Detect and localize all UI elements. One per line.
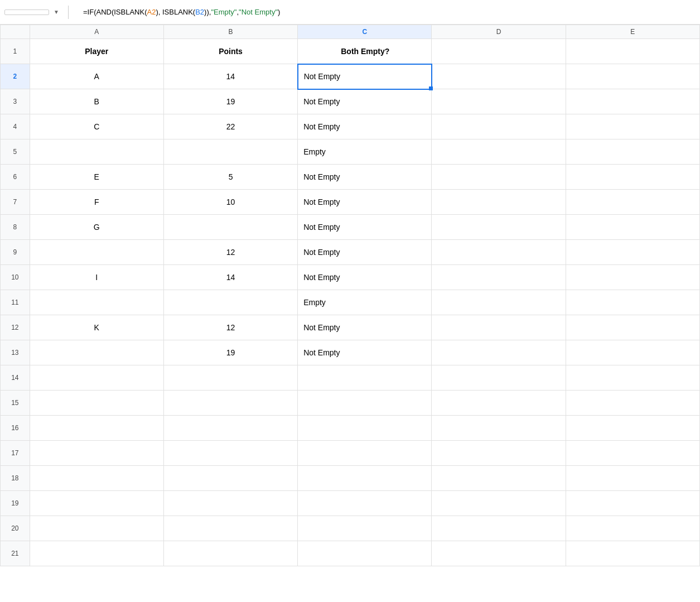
- cell-c4[interactable]: Not Empty: [298, 114, 432, 139]
- cell-e7[interactable]: [566, 190, 699, 215]
- cell-b12[interactable]: 12: [163, 315, 297, 340]
- cell-b14[interactable]: [163, 365, 297, 391]
- cell-d7[interactable]: [432, 190, 566, 215]
- cell-a20[interactable]: [30, 516, 163, 541]
- cell-ref-dropdown[interactable]: ▼: [54, 9, 62, 15]
- cell-a1[interactable]: Player: [30, 39, 163, 64]
- cell-d12[interactable]: [432, 315, 566, 340]
- row-number[interactable]: 14: [1, 365, 30, 391]
- row-number[interactable]: 13: [1, 340, 30, 365]
- cell-b16[interactable]: [163, 416, 297, 441]
- cell-e20[interactable]: [566, 516, 699, 541]
- cell-c14[interactable]: [298, 365, 432, 391]
- cell-a10[interactable]: I: [30, 265, 163, 290]
- cell-c6[interactable]: Not Empty: [298, 165, 432, 190]
- col-header-a[interactable]: A: [30, 25, 163, 39]
- cell-d8[interactable]: [432, 215, 566, 240]
- cell-a15[interactable]: [30, 391, 163, 416]
- cell-b19[interactable]: [163, 491, 297, 516]
- cell-d6[interactable]: [432, 165, 566, 190]
- cell-e4[interactable]: [566, 114, 699, 139]
- cell-e19[interactable]: [566, 491, 699, 516]
- row-number[interactable]: 4: [1, 114, 30, 139]
- cell-b8[interactable]: [163, 215, 297, 240]
- row-number[interactable]: 11: [1, 290, 30, 315]
- cell-d3[interactable]: [432, 89, 566, 114]
- cell-c2[interactable]: Not Empty: [298, 64, 432, 89]
- cell-d9[interactable]: [432, 240, 566, 265]
- cell-a17[interactable]: [30, 441, 163, 466]
- cell-d1[interactable]: [432, 39, 566, 64]
- cell-e5[interactable]: [566, 139, 699, 165]
- cell-d4[interactable]: [432, 114, 566, 139]
- cell-c11[interactable]: Empty: [298, 290, 432, 315]
- row-number[interactable]: 2: [1, 64, 30, 89]
- cell-c15[interactable]: [298, 391, 432, 416]
- row-number[interactable]: 17: [1, 441, 30, 466]
- cell-e9[interactable]: [566, 240, 699, 265]
- cell-d17[interactable]: [432, 441, 566, 466]
- row-number[interactable]: 8: [1, 215, 30, 240]
- cell-b5[interactable]: [163, 139, 297, 165]
- cell-e18[interactable]: [566, 466, 699, 491]
- row-number[interactable]: 18: [1, 466, 30, 491]
- cell-b10[interactable]: 14: [163, 265, 297, 290]
- row-number[interactable]: 15: [1, 391, 30, 416]
- cell-c20[interactable]: [298, 516, 432, 541]
- cell-a3[interactable]: B: [30, 89, 163, 114]
- cell-e21[interactable]: [566, 541, 699, 566]
- cell-e16[interactable]: [566, 416, 699, 441]
- cell-e12[interactable]: [566, 315, 699, 340]
- cell-d19[interactable]: [432, 491, 566, 516]
- cell-d5[interactable]: [432, 139, 566, 165]
- cell-e2[interactable]: [566, 64, 699, 89]
- row-number[interactable]: 20: [1, 516, 30, 541]
- cell-d20[interactable]: [432, 516, 566, 541]
- cell-c7[interactable]: Not Empty: [298, 190, 432, 215]
- cell-d13[interactable]: [432, 340, 566, 365]
- cell-b18[interactable]: [163, 466, 297, 491]
- cell-a2[interactable]: A: [30, 64, 163, 89]
- row-number[interactable]: 6: [1, 165, 30, 190]
- cell-a5[interactable]: [30, 139, 163, 165]
- col-header-c[interactable]: C: [298, 25, 432, 39]
- row-number[interactable]: 1: [1, 39, 30, 64]
- row-number[interactable]: 10: [1, 265, 30, 290]
- cell-a8[interactable]: G: [30, 215, 163, 240]
- cell-a12[interactable]: K: [30, 315, 163, 340]
- cell-c3[interactable]: Not Empty: [298, 89, 432, 114]
- cell-a9[interactable]: [30, 240, 163, 265]
- cell-b1[interactable]: Points: [163, 39, 297, 64]
- cell-c16[interactable]: [298, 416, 432, 441]
- cell-c17[interactable]: [298, 441, 432, 466]
- row-number[interactable]: 7: [1, 190, 30, 215]
- cell-a16[interactable]: [30, 416, 163, 441]
- cell-d21[interactable]: [432, 541, 566, 566]
- cell-e6[interactable]: [566, 165, 699, 190]
- cell-reference-box[interactable]: [4, 9, 49, 15]
- cell-e3[interactable]: [566, 89, 699, 114]
- cell-b6[interactable]: 5: [163, 165, 297, 190]
- cell-c10[interactable]: Not Empty: [298, 265, 432, 290]
- cell-c5[interactable]: Empty: [298, 139, 432, 165]
- cell-a13[interactable]: [30, 340, 163, 365]
- formula-display[interactable]: =IF(AND(ISBLANK(A2), ISBLANK(B2)),"Empty…: [81, 6, 700, 18]
- cell-a6[interactable]: E: [30, 165, 163, 190]
- cell-d16[interactable]: [432, 416, 566, 441]
- col-header-b[interactable]: B: [163, 25, 297, 39]
- cell-e17[interactable]: [566, 441, 699, 466]
- cell-b13[interactable]: 19: [163, 340, 297, 365]
- row-number[interactable]: 5: [1, 139, 30, 165]
- cell-e10[interactable]: [566, 265, 699, 290]
- cell-a21[interactable]: [30, 541, 163, 566]
- cell-c18[interactable]: [298, 466, 432, 491]
- cell-e11[interactable]: [566, 290, 699, 315]
- cell-b7[interactable]: 10: [163, 190, 297, 215]
- row-number[interactable]: 3: [1, 89, 30, 114]
- col-header-d[interactable]: D: [432, 25, 566, 39]
- cell-b17[interactable]: [163, 441, 297, 466]
- cell-a7[interactable]: F: [30, 190, 163, 215]
- cell-b15[interactable]: [163, 391, 297, 416]
- cell-c19[interactable]: [298, 491, 432, 516]
- cell-c9[interactable]: Not Empty: [298, 240, 432, 265]
